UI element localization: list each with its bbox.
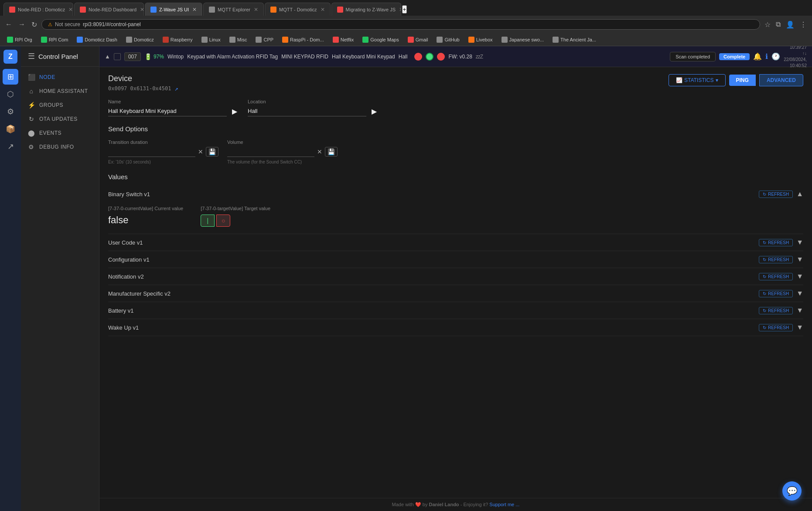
bookmark-rpiorg[interactable]: RPI Org: [3, 36, 36, 44]
back-button[interactable]: ←: [3, 19, 14, 30]
rail-icon-nodes[interactable]: ⬡: [3, 86, 18, 102]
tab-close-4[interactable]: ✕: [254, 7, 258, 13]
bookmark-rpicom[interactable]: RPI Com: [38, 36, 72, 44]
values-section: Values Binary Switch v1 ↻ REFRESH ▲: [108, 173, 803, 336]
volume-save-button[interactable]: 💾: [325, 147, 338, 157]
bookmark-rasppi[interactable]: RaspPi - Dom...: [279, 36, 328, 44]
browser-tab-5[interactable]: MQTT - Domoticz ✕: [265, 3, 331, 16]
volume-clear-button[interactable]: ✕: [317, 148, 322, 155]
battery-title: Battery v1: [108, 307, 134, 314]
sidebar-item-ota[interactable]: ↻ OTA UPDATES: [21, 112, 99, 126]
sidebar-item-home-assistant[interactable]: ⌂ HOME ASSISTANT: [21, 84, 99, 98]
refresh-label-wakeup: REFRESH: [768, 325, 789, 330]
tab-close-3[interactable]: ✕: [192, 7, 197, 13]
manufacturer-expand-button[interactable]: ▼: [796, 290, 803, 297]
wakeup-expand-button[interactable]: ▼: [796, 324, 803, 331]
bookmark-gmail[interactable]: Gmail: [404, 36, 432, 44]
sidebar-item-groups[interactable]: ⚡ GROUPS: [21, 98, 99, 112]
device-actions: 📈 STATISTICS ▾ PING ADVANCED: [669, 74, 803, 86]
location-submit-button[interactable]: ▶: [370, 106, 379, 116]
browser-tab-1[interactable]: Node-RED : Domoticz ✕: [3, 3, 73, 16]
statistics-button[interactable]: 📈 STATISTICS ▾: [669, 74, 726, 86]
bookmark-github[interactable]: GitHub: [433, 36, 463, 44]
info-icon[interactable]: ℹ: [765, 52, 768, 61]
binary-switch-refresh-button[interactable]: ↻ REFRESH: [759, 191, 793, 198]
time-line2: 22/08/2024,: [784, 57, 807, 63]
bookmark-netflix[interactable]: Netflix: [329, 36, 358, 44]
browser-tab-2[interactable]: Node-RED Dashboard ✕: [74, 3, 144, 16]
battery-refresh-button[interactable]: ↻ REFRESH: [759, 307, 793, 314]
scan-completed-button[interactable]: Scan completed: [670, 52, 716, 61]
bookmark-misc[interactable]: Misc: [226, 36, 251, 44]
menu-button[interactable]: ⋮: [798, 19, 809, 31]
browser-tab-6[interactable]: Migrating to Z-Wave JS ✕: [331, 3, 401, 16]
bookmark-cpp[interactable]: CPP: [252, 36, 277, 44]
tab-close-6[interactable]: ✕: [399, 7, 401, 13]
bookmark-icon-raspberry: [163, 37, 169, 43]
extension-button[interactable]: ⧉: [774, 19, 782, 31]
user-code-header: User Code v1 ↻ REFRESH ▼: [108, 234, 803, 251]
bookmark-icon-japanese: [502, 37, 508, 43]
bookmark-ancient[interactable]: The Ancient Ja...: [549, 36, 600, 44]
advanced-button[interactable]: ADVANCED: [759, 74, 803, 86]
rail-icon-dashboard[interactable]: ⊞: [3, 69, 18, 85]
transition-save-button[interactable]: 💾: [206, 147, 218, 157]
profile-button[interactable]: 👤: [784, 19, 796, 31]
sidebar-item-events[interactable]: ⬤ EVENTS: [21, 126, 99, 140]
fab-chat-button[interactable]: 💬: [782, 481, 802, 501]
time-line1: 10:39:27: [784, 46, 807, 51]
tab-close-2[interactable]: ✕: [140, 7, 144, 13]
transition-input[interactable]: [108, 146, 195, 157]
browser-tab-3[interactable]: Z-Wave JS UI ✕: [145, 3, 202, 16]
manufacturer-refresh-button[interactable]: ↻ REFRESH: [759, 290, 793, 297]
bookmark-domoticzdash[interactable]: Domoticz Dash: [73, 36, 121, 44]
name-input[interactable]: [108, 106, 227, 116]
user-code-expand-button[interactable]: ▼: [796, 238, 803, 246]
new-tab-button[interactable]: +: [402, 5, 407, 14]
ping-button[interactable]: PING: [729, 75, 756, 86]
device-address-text: 0x0097 0x6131-0x4501: [108, 85, 171, 92]
volume-input[interactable]: [227, 146, 314, 157]
browser-tab-4[interactable]: MQTT Explorer ✕: [203, 3, 264, 16]
bookmark-domoticz[interactable]: Domoticz: [123, 36, 157, 44]
sidebar-item-node[interactable]: ⬛ NODE: [21, 70, 99, 84]
wakeup-refresh-button[interactable]: ↻ REFRESH: [759, 324, 793, 331]
notification-refresh-button[interactable]: ↻ REFRESH: [759, 273, 793, 280]
binary-switch-collapse-button[interactable]: ▲: [796, 190, 803, 198]
collapse-chevron[interactable]: ▲: [105, 53, 110, 60]
device-checkbox[interactable]: [114, 53, 121, 60]
refresh-label-manufacturer: REFRESH: [768, 291, 789, 296]
configuration-expand-button[interactable]: ▼: [796, 256, 803, 263]
name-submit-button[interactable]: ▶: [230, 106, 239, 116]
bookmark-googlemaps[interactable]: Google Maps: [359, 36, 402, 44]
tab-close-5[interactable]: ✕: [321, 7, 325, 13]
transition-clear-button[interactable]: ✕: [198, 148, 203, 155]
clock-icon[interactable]: 🕐: [771, 52, 780, 61]
notification-expand-button[interactable]: ▼: [796, 273, 803, 280]
location-input[interactable]: [248, 106, 366, 116]
user-code-refresh-button[interactable]: ↻ REFRESH: [759, 239, 793, 246]
bell-icon[interactable]: 🔔: [753, 52, 762, 61]
reload-button[interactable]: ↻: [30, 19, 39, 31]
tab-close-1[interactable]: ✕: [68, 7, 73, 13]
toggle-off-button[interactable]: ○: [216, 215, 230, 227]
battery-expand-button[interactable]: ▼: [796, 307, 803, 314]
rail-icon-share[interactable]: ↗: [3, 139, 18, 154]
hamburger-icon[interactable]: ☰: [28, 51, 35, 61]
bookmark-japanese[interactable]: Japanese swo...: [498, 36, 548, 44]
bookmark-raspberry[interactable]: Raspberry: [159, 36, 196, 44]
forward-button[interactable]: →: [17, 19, 27, 30]
binary-switch-actions: ↻ REFRESH ▲: [759, 190, 803, 198]
footer-support-link[interactable]: Support me ...: [489, 502, 519, 507]
bookmark-livebox[interactable]: Livebox: [465, 36, 496, 44]
configuration-refresh-button[interactable]: ↻ REFRESH: [759, 256, 793, 263]
bookmark-label-japanese: Japanese swo...: [509, 37, 544, 42]
toggle-on-button[interactable]: |: [201, 215, 215, 227]
external-link-icon[interactable]: ↗: [175, 85, 178, 92]
address-bar[interactable]: ⚠ Not secure rpi3:8091/#/control-panel: [41, 19, 760, 30]
bookmark-linux[interactable]: Linux: [198, 36, 224, 44]
sidebar-item-debug[interactable]: ⚙ DEBUG INFO: [21, 140, 99, 154]
rail-icon-settings[interactable]: ⚙: [3, 104, 18, 119]
rail-icon-store[interactable]: 📦: [3, 121, 18, 137]
bookmark-star-button[interactable]: ☆: [763, 19, 772, 31]
